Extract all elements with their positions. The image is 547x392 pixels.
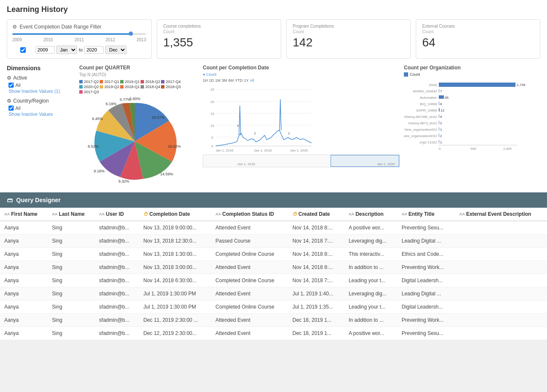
bar-chart-title: Count per Organization: [404, 65, 540, 71]
bar[interactable]: [439, 83, 515, 87]
svg-text:ADMIN_10084Z: ADMIN_10084Z: [413, 89, 437, 93]
table-cell: Sing: [48, 314, 95, 327]
table-header-row: AA First Name AA Last Name AA User ID: [0, 208, 547, 221]
table-cell: Sing: [48, 300, 95, 314]
active-all-checkbox[interactable]: [9, 83, 14, 88]
svg-text:8: 8: [440, 102, 442, 106]
slider-thumb[interactable]: [129, 31, 133, 36]
show-inactive-link-active[interactable]: Show Inactive Values (1): [9, 89, 75, 94]
filter-1m[interactable]: 1M: [215, 78, 221, 83]
filter-1d[interactable]: 1D: [209, 78, 214, 83]
svg-text:500: 500: [470, 147, 476, 151]
svg-text:0: 0: [211, 144, 213, 148]
bar[interactable]: [439, 108, 440, 112]
bar[interactable]: [439, 102, 439, 105]
table-cell: Jul 1, 2019 1:35...: [288, 300, 345, 314]
svg-text:2: 2: [440, 134, 442, 138]
table-cell: Passed Course: [211, 235, 288, 248]
aa-icon: AA: [52, 212, 58, 216]
svg-text:6.45%: 6.45%: [92, 117, 103, 121]
metric-sublabel-external: Count: [422, 29, 534, 34]
table-cell: Leveraging dig...: [344, 235, 397, 248]
table-cell: Completed Online Course: [211, 274, 288, 287]
bar[interactable]: [439, 121, 439, 124]
svg-text:1: 1: [440, 140, 442, 144]
filter-title: ⚙ Event Completion Date Range Filter: [12, 24, 146, 30]
table-cell: In addition to ...: [344, 314, 397, 327]
country-all-checkbox[interactable]: [9, 106, 14, 111]
pie-legend: 2017-Q2 2017-Q1 2019-Q1 2018-Q2 2017-Q4: [79, 80, 199, 94]
table-cell: Dec 11, 2019 2:30:00 ...: [139, 314, 211, 327]
filter-3m[interactable]: 3M: [222, 78, 227, 83]
table-cell: sfadmin@b...: [95, 248, 139, 261]
metric-sublabel-program: Count: [293, 29, 404, 34]
slider-track[interactable]: [12, 33, 146, 35]
table-cell: Aanya: [0, 248, 48, 261]
col-entity-title: AA Entity Title: [397, 208, 455, 221]
bar[interactable]: [439, 89, 439, 92]
bar[interactable]: [439, 140, 439, 143]
from-year-input[interactable]: [35, 46, 55, 54]
clock-icon: ⏱: [293, 212, 297, 217]
bar[interactable]: [439, 127, 439, 131]
table-cell: Nov 13, 2018 3:00:00...: [139, 261, 211, 274]
col-description: AA Description: [344, 208, 397, 221]
year-labels: 2009 2010 2011 2012 2013: [12, 37, 146, 42]
table-cell: Leveraging dig...: [344, 287, 397, 300]
table-cell: Sing: [48, 235, 95, 248]
svg-text:History-86736K_test1: History-86736K_test1: [404, 115, 437, 119]
filter-checkbox[interactable]: [12, 47, 34, 53]
dimensions-title: Dimensions: [7, 65, 75, 72]
filter-ytd[interactable]: YTD: [235, 78, 243, 83]
table-row: AanyaSingsfadmin@b...Dec 11, 2019 2:30:0…: [0, 314, 547, 327]
dim-section-active: ⚙ Active All Show Inactive Values (1): [7, 75, 75, 94]
line-chart-spike: [239, 106, 241, 135]
svg-text:1,728: 1,728: [517, 83, 526, 87]
filter-1y[interactable]: 1Y: [244, 78, 249, 83]
from-month-select[interactable]: JanFeb: [56, 46, 77, 54]
show-inactive-link-country[interactable]: Show Inactive Values: [9, 112, 75, 117]
table-cell: sfadmin@b...: [95, 274, 139, 287]
to-year-input[interactable]: [84, 46, 104, 54]
table-cell: Nov 14, 2018 7:...: [288, 274, 345, 287]
table-body: AanyaSingsfadmin@b...Nov 13, 2018 9:00:0…: [0, 221, 547, 340]
page-title: Learning History: [7, 5, 540, 14]
query-designer: 🗃 Query Designer AA First Name AA Last N…: [0, 192, 547, 340]
table-cell: Attended Event: [211, 314, 288, 327]
query-designer-header: 🗃 Query Designer: [0, 192, 547, 208]
filter-1h[interactable]: 1H: [203, 78, 208, 83]
legend-item: 2017-Q4: [161, 80, 181, 84]
table-cell: Leading Digital ...: [397, 287, 455, 300]
svg-text:org2-11022: org2-11022: [420, 140, 437, 144]
svg-text:14.59%: 14.59%: [160, 172, 173, 176]
table-cell: A positive wor...: [344, 221, 397, 235]
legend-dot: [79, 85, 83, 89]
table-row: AanyaSingsfadmin@b...Nov 14, 2018 6:30:0…: [0, 274, 547, 287]
table-cell: [455, 300, 547, 314]
table-cell: Aanya: [0, 235, 48, 248]
col-external-event: AA External Event Description: [455, 208, 547, 221]
to-month-select[interactable]: DecJan: [105, 46, 127, 54]
table-cell: sfadmin@b...: [95, 287, 139, 300]
svg-text:1: 1: [440, 128, 442, 132]
dimensions-panel: Dimensions ⚙ Active All Show Inactive Va…: [7, 65, 75, 187]
data-table: AA First Name AA Last Name AA User ID: [0, 208, 547, 340]
bar[interactable]: [439, 134, 439, 137]
legend-dot: [79, 80, 83, 83]
svg-text:9: 9: [440, 115, 442, 119]
aa-icon: AA: [402, 212, 407, 216]
svg-text:10: 10: [210, 124, 214, 128]
filter-6m[interactable]: 6M: [228, 78, 234, 83]
bar[interactable]: [439, 95, 444, 99]
bar[interactable]: [439, 114, 439, 118]
metric-card-program: Program Completions Count 142: [286, 19, 411, 59]
svg-text:5.60%: 5.60%: [130, 97, 141, 101]
legend-item: 2019-Q2: [100, 85, 119, 89]
filter-all[interactable]: All: [250, 78, 254, 83]
table-cell: Sing: [48, 248, 95, 261]
table-cell: Sing: [48, 274, 95, 287]
metric-label-program: Program Completions: [293, 24, 404, 29]
table-cell: Attended Event: [211, 261, 288, 274]
aa-icon: AA: [4, 212, 10, 216]
top-row: ⚙ Event Completion Date Range Filter 200…: [7, 19, 540, 59]
